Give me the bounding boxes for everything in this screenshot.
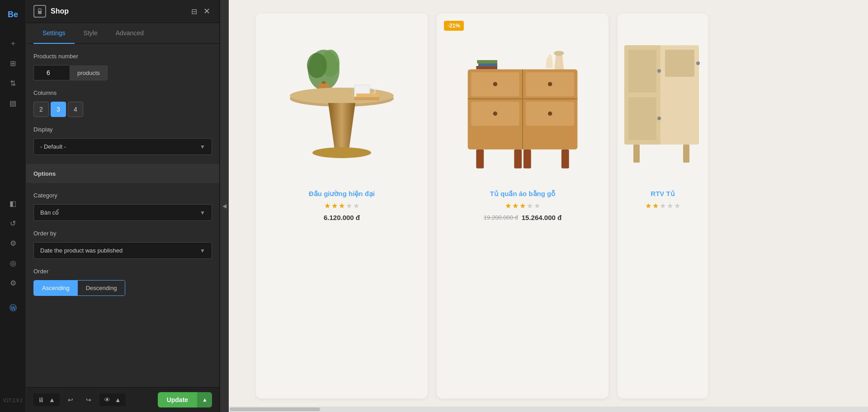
price-1: 6.120.000 đ	[324, 214, 360, 221]
columns-3-button[interactable]: 3	[51, 102, 66, 117]
star-4: ★	[667, 201, 673, 210]
svg-rect-34	[628, 97, 656, 140]
panel-lock-icon	[33, 5, 46, 18]
device-up-button[interactable]: ▲	[47, 394, 57, 405]
svg-point-26	[548, 112, 552, 116]
svg-rect-29	[524, 150, 531, 169]
star-1: ★	[324, 201, 330, 210]
scrollbar-thumb[interactable]	[230, 407, 320, 411]
category-dropdown[interactable]: Bàn cổ ▼	[33, 204, 212, 221]
display-section: Display - Default - ▼	[33, 126, 212, 155]
columns-label: Columns	[33, 89, 212, 96]
svg-rect-14	[478, 63, 497, 66]
svg-point-22	[548, 82, 552, 86]
gear-icon[interactable]: ⚙	[4, 274, 22, 292]
desktop-device-button[interactable]: 🖥	[36, 394, 46, 405]
panel-header: Shop ⊟ ✕	[26, 0, 219, 23]
order-by-dropdown[interactable]: Date the product was published ▼	[33, 242, 212, 259]
svg-point-8	[312, 147, 371, 158]
panel-title: Shop	[51, 7, 185, 15]
preview-button[interactable]: 👁	[102, 394, 112, 405]
tabs-bar: Settings Style Advanced	[26, 23, 219, 44]
products-grid: Đầu giường hiện đại ★ ★ ★ ★ ★ 6.120.000 …	[229, 0, 868, 412]
options-label: Options	[33, 170, 56, 177]
settings-panel: Shop ⊟ ✕ Settings Style Advanced Product…	[26, 0, 220, 412]
svg-rect-27	[476, 150, 484, 169]
svg-rect-15	[477, 60, 497, 63]
product-stars-1: ★ ★ ★ ★ ★	[324, 201, 359, 210]
update-button[interactable]: Update	[158, 392, 197, 407]
product-stars-2: ★ ★ ★ ★ ★	[505, 201, 540, 210]
products-number-label: Products number	[33, 53, 212, 60]
products-number-input[interactable]	[33, 65, 70, 80]
star-1: ★	[505, 201, 511, 210]
star-2: ★	[512, 201, 519, 210]
star-3: ★	[339, 201, 345, 210]
category-label: Category	[33, 192, 212, 199]
add-icon[interactable]: ＋	[4, 34, 22, 52]
price-row-2: 19.200.000 đ 15.264.000 đ	[484, 214, 561, 221]
price-old-2: 19.200.000 đ	[484, 214, 518, 221]
price-row-1: 6.120.000 đ	[324, 214, 360, 221]
logo-icon[interactable]: Be	[4, 5, 22, 23]
tab-settings[interactable]: Settings	[33, 23, 75, 44]
display-dropdown[interactable]: - Default - ▼	[33, 138, 212, 155]
svg-point-3	[307, 53, 327, 78]
svg-point-20	[493, 82, 497, 86]
svg-rect-39	[633, 145, 640, 163]
order-label: Order	[33, 268, 212, 275]
panel-close-button[interactable]: ✕	[202, 5, 212, 18]
svg-rect-0	[38, 11, 42, 14]
tab-style[interactable]: Style	[75, 23, 107, 44]
products-badge: products	[70, 66, 108, 80]
columns-2-button[interactable]: 2	[33, 102, 49, 117]
svg-point-24	[493, 112, 497, 116]
update-arrow-button[interactable]: ▲	[197, 392, 212, 407]
star-1: ★	[645, 201, 651, 210]
wp-icon[interactable]: Ⓦ	[4, 300, 22, 318]
panel-body: Products number products Columns 2 3 4 D…	[26, 44, 219, 387]
order-by-value: Date the product was published	[40, 247, 123, 254]
svg-rect-10	[354, 97, 379, 100]
main-content: Đầu giường hiện đại ★ ★ ★ ★ ★ 6.120.000 …	[229, 0, 868, 412]
order-ascending-button[interactable]: Ascending	[34, 281, 78, 295]
horizontal-scrollbar[interactable]	[229, 407, 868, 412]
svg-rect-30	[561, 150, 569, 169]
layers-icon[interactable]: ◧	[4, 195, 22, 213]
product-name-1[interactable]: Đầu giường hiện đại	[309, 190, 375, 198]
refresh-icon[interactable]: ↺	[4, 215, 22, 233]
panel-collapse-arrow[interactable]: ◀	[220, 0, 229, 412]
star-3: ★	[519, 201, 526, 210]
globe-icon[interactable]: ◎	[4, 254, 22, 272]
price-new-2: 15.264.000 đ	[522, 214, 561, 221]
star-5: ★	[674, 201, 680, 210]
chart-icon[interactable]: ⊞	[4, 54, 22, 72]
layout-toggle-button[interactable]: ⊟	[189, 5, 199, 18]
svg-rect-40	[683, 145, 689, 163]
product-image-1	[278, 27, 405, 181]
discount-badge-2: -21%	[444, 21, 464, 31]
star-4: ★	[527, 201, 533, 210]
star-4: ★	[346, 201, 352, 210]
product-name-2[interactable]: Tủ quần áo bằng gỗ	[490, 190, 555, 198]
sliders-icon[interactable]: ⚙	[4, 234, 22, 253]
redo-button[interactable]: ↪	[81, 393, 96, 407]
preview-up-button[interactable]: ▲	[113, 394, 123, 405]
order-buttons: Ascending Descending	[33, 280, 125, 296]
arrows-icon[interactable]: ⇅	[4, 74, 22, 92]
order-descending-button[interactable]: Descending	[78, 281, 125, 295]
update-button-group: Update ▲	[158, 392, 212, 407]
star-5: ★	[534, 201, 540, 210]
product-name-3[interactable]: RTV Tủ	[651, 190, 675, 198]
undo-button[interactable]: ↩	[63, 393, 78, 407]
svg-rect-28	[514, 150, 522, 169]
columns-4-button[interactable]: 4	[68, 102, 83, 117]
display-value: - Default -	[40, 143, 66, 150]
product-image-3	[599, 27, 726, 181]
layout-icon[interactable]: ▤	[4, 94, 22, 112]
product-card-2: -21%	[437, 14, 609, 398]
product-card-3: RTV Tủ ★ ★ ★ ★ ★	[618, 14, 708, 398]
order-section: Order Ascending Descending	[33, 268, 212, 296]
svg-point-36	[657, 69, 661, 73]
tab-advanced[interactable]: Advanced	[107, 23, 153, 44]
